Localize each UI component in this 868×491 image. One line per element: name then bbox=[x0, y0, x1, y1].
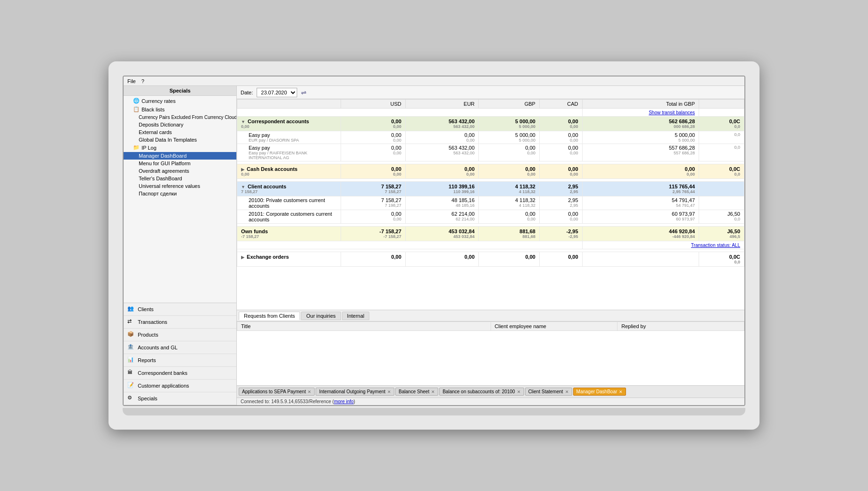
tab-requests[interactable]: Requests from Clients bbox=[239, 312, 300, 320]
sidebar-item-passport[interactable]: Паспорт сделки bbox=[124, 190, 236, 197]
sidebar-tree: 🌐 Currency rates 📋 Black lists Currency … bbox=[124, 96, 236, 303]
expand-client-btn[interactable]: ▼ bbox=[241, 185, 245, 189]
reports-icon: 📊 bbox=[127, 356, 135, 364]
account-20101-row: 20101: Corporate customers current accou… bbox=[237, 210, 744, 224]
col-title: Title bbox=[237, 322, 491, 331]
correspondent-accounts-row: ▼ Correspondent accounts 0,00 0,00 0,00 … bbox=[237, 117, 744, 131]
sidebar-item-currency-rates[interactable]: 🌐 Currency rates bbox=[124, 97, 236, 105]
sidebar-item-deposits-dict[interactable]: Deposits Dictionary bbox=[124, 121, 236, 128]
exchange-orders-label: Exchange orders bbox=[247, 254, 289, 260]
sidebar-item-manager-dashboard[interactable]: Manager DashBoard bbox=[124, 152, 236, 160]
own-funds-label: Own funds bbox=[241, 229, 268, 234]
client-accounts-label: Client accounts bbox=[248, 184, 286, 189]
tab-balance-sub[interactable]: Balance on subaccounts of: 20100 ✕ bbox=[439, 388, 524, 396]
col-total-header: Total in GBP bbox=[582, 100, 699, 109]
tab-inquiries[interactable]: Our inquiries bbox=[301, 312, 341, 320]
correspondent-accounts-label: Correspondent accounts bbox=[248, 119, 309, 124]
sidebar: Specials 🌐 Currency rates 📋 Black lists … bbox=[124, 86, 237, 405]
empty-cell-2 bbox=[237, 241, 583, 249]
col-gbp-header: GBP bbox=[479, 100, 540, 109]
balance-table: USD EUR GBP CAD Total in GBP bbox=[237, 99, 744, 267]
col-usd-header: USD bbox=[341, 100, 406, 109]
corr-usd: 0,00 bbox=[345, 119, 401, 124]
toolbar: Date: 23.07.2020 ⇌ bbox=[237, 86, 744, 99]
expand-correspondent-btn[interactable]: ▼ bbox=[241, 119, 245, 124]
sidebar-item-external-cards[interactable]: External cards bbox=[124, 128, 236, 136]
tab-internal[interactable]: Internal bbox=[342, 312, 370, 320]
sidebar-item-global-data[interactable]: Global Data In Templates bbox=[124, 136, 236, 144]
nav-products[interactable]: 📦 Products bbox=[124, 329, 236, 341]
cash-desk-label: Cash Desk accounts bbox=[247, 166, 298, 172]
tab-balance-sheet[interactable]: Balance Sheet ✕ bbox=[395, 388, 438, 396]
close-sepa-btn[interactable]: ✕ bbox=[308, 389, 311, 394]
sidebar-item-ip-log[interactable]: 📁 IP Log bbox=[124, 144, 236, 152]
col-replied: Replied by bbox=[618, 322, 744, 331]
col-eur-header: EUR bbox=[405, 100, 478, 109]
corr-gbp: 5 000,00 bbox=[483, 119, 535, 124]
corr-cad: 0,00 bbox=[543, 119, 578, 124]
col-cad-header: CAD bbox=[539, 100, 582, 109]
sidebar-item-menu-gui[interactable]: Menu for GUI Platform bbox=[124, 160, 236, 167]
specials-icon: ⚙ bbox=[127, 395, 135, 402]
help-menu[interactable]: ? bbox=[142, 78, 144, 84]
close-balance-btn[interactable]: ✕ bbox=[431, 389, 435, 394]
nav-accounts-gl[interactable]: 🏦 Accounts and GL bbox=[124, 341, 236, 354]
easy-pay-2-label: Easy pay bbox=[249, 145, 337, 151]
requests-table: Title Client employee name Replied by bbox=[237, 322, 744, 331]
client-accounts-row: ▼ Client accounts 7 158,27 7 158,27 7 15… bbox=[237, 182, 744, 196]
tabs-bar: Requests from Clients Our inquiries Inte… bbox=[237, 310, 744, 322]
tab-client-statement[interactable]: Client Statement ✕ bbox=[525, 388, 572, 396]
requests-table-area: Title Client employee name Replied by bbox=[237, 322, 744, 385]
banks-icon: 🏛 bbox=[127, 369, 135, 377]
nav-correspondent-banks[interactable]: 🏛 Correspondent banks bbox=[124, 367, 236, 380]
close-sub-btn[interactable]: ✕ bbox=[517, 389, 521, 394]
nav-customer-apps[interactable]: 📝 Customer applications bbox=[124, 380, 236, 392]
expand-cash-btn[interactable]: ▶ bbox=[241, 167, 244, 172]
list-icon: 📋 bbox=[133, 106, 140, 113]
close-statement-btn[interactable]: ✕ bbox=[565, 389, 569, 394]
tab-international[interactable]: International Outgoing Payment ✕ bbox=[316, 388, 394, 396]
tab-manager-dash[interactable]: Manager DashBoar ✕ bbox=[573, 388, 626, 396]
empty-cell bbox=[237, 109, 583, 117]
more-info-link[interactable]: more info bbox=[334, 399, 354, 404]
status-bar: Connected to: 149.5.9.14,65533/Reference… bbox=[237, 398, 744, 405]
col-extra-header bbox=[699, 100, 744, 109]
sidebar-item-overdraft[interactable]: Overdraft agreements bbox=[124, 167, 236, 175]
sidebar-item-currency-pairs[interactable]: Currency Pairs Excluded From Currency Cl… bbox=[124, 114, 236, 121]
tab-sepa[interactable]: Applications to SEPA Payment ✕ bbox=[239, 388, 315, 396]
sidebar-item-black-lists[interactable]: 📋 Black lists bbox=[124, 105, 236, 114]
main-table-area: USD EUR GBP CAD Total in GBP bbox=[237, 99, 744, 310]
own-funds-row: Own funds -7 158,27 -7 158,27 -7 158,27 … bbox=[237, 227, 744, 241]
corr-total: 562 686,28 bbox=[586, 119, 695, 124]
transaction-status-link[interactable]: Transaction status: ALL bbox=[691, 243, 740, 248]
extra-cell bbox=[699, 109, 744, 117]
transactions-icon: ⇄ bbox=[127, 318, 135, 326]
easy-pay-1-label: Easy pay bbox=[249, 132, 337, 138]
easy-pay-row-1: Easy pay EUR pay / DIASORIN SPA 0,00 0,0… bbox=[237, 131, 744, 144]
close-manager-btn[interactable]: ✕ bbox=[619, 389, 623, 394]
bottom-tabs-bar: Applications to SEPA Payment ✕ Internati… bbox=[237, 385, 744, 398]
show-transit-link[interactable]: Show transit balances bbox=[649, 110, 695, 115]
date-picker[interactable]: 23.07.2020 bbox=[257, 88, 297, 97]
easy-pay-1-sublabel: EUR pay / DIASORIN SPA bbox=[249, 138, 337, 143]
nav-transactions[interactable]: ⇄ Transactions bbox=[124, 316, 236, 329]
account-20100-row: 20100: Private customers current account… bbox=[237, 196, 744, 210]
refresh-icon[interactable]: ⇌ bbox=[301, 89, 307, 96]
nav-specials[interactable]: ⚙ Specials bbox=[124, 392, 236, 405]
col-employee: Client employee name bbox=[491, 322, 618, 331]
date-label: Date: bbox=[241, 90, 253, 95]
products-icon: 📦 bbox=[127, 331, 135, 339]
accounts-icon: 🏦 bbox=[127, 344, 135, 351]
globe-icon: 🌐 bbox=[133, 98, 140, 104]
file-menu[interactable]: File bbox=[127, 78, 136, 84]
nav-reports[interactable]: 📊 Reports bbox=[124, 354, 236, 367]
corr-eur: 563 432,00 bbox=[409, 119, 475, 124]
expand-exchange-btn[interactable]: ▶ bbox=[241, 255, 244, 260]
content-area: Date: 23.07.2020 ⇌ USD EUR bbox=[237, 86, 744, 405]
nav-clients[interactable]: 👥 Clients bbox=[124, 303, 236, 316]
sidebar-item-teller[interactable]: Teller's DashBoard bbox=[124, 175, 236, 182]
close-international-btn[interactable]: ✕ bbox=[387, 389, 391, 394]
sidebar-item-universal-ref[interactable]: Universal reference values bbox=[124, 182, 236, 190]
corr-extra: 0,0C bbox=[703, 119, 740, 124]
col-label-header bbox=[237, 100, 341, 109]
